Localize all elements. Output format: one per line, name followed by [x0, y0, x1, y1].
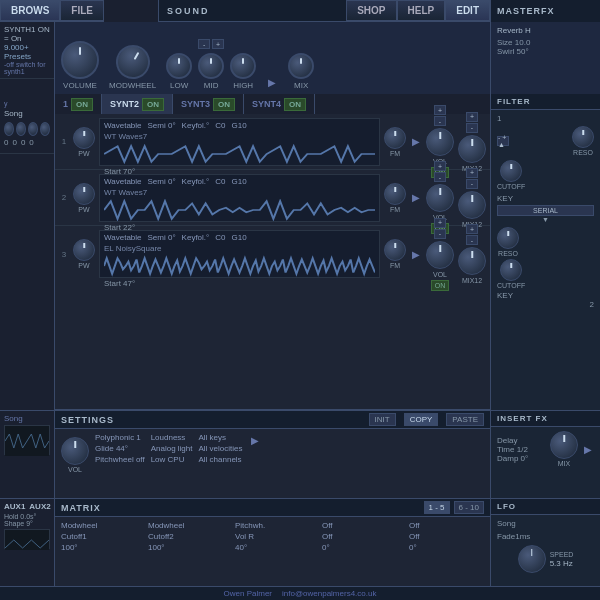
osc-row-2: 2 PW Wavetable Semi 0° Keyfol.° C0 G10 [55, 170, 490, 226]
synth4-on[interactable]: ON [284, 98, 306, 111]
filter-reso-pm[interactable]: - + ▲ [497, 136, 509, 146]
filter-reso-knob[interactable] [572, 126, 594, 148]
file-button[interactable]: FILE [60, 0, 104, 21]
sidebar-knob-3[interactable] [28, 122, 38, 136]
osc-3-fm-knob[interactable] [384, 239, 406, 261]
filter2-cutoff-knob[interactable] [500, 259, 522, 281]
synth1-hint: -off switch for synth1 [4, 61, 50, 75]
mid-knob[interactable] [198, 53, 224, 79]
help-button[interactable]: HELP [397, 0, 446, 21]
osc-2-num: 2 [59, 193, 69, 202]
synth-tab-4[interactable]: SYNT4 ON [244, 94, 315, 114]
osc-3-mix-knob[interactable] [458, 247, 486, 275]
edit-button[interactable]: EDIT [445, 0, 490, 21]
synth-tab-1[interactable]: 1 ON [55, 94, 102, 114]
osc-1-arrow[interactable]: ▶ [410, 134, 422, 149]
settings-row: Song SETTINGS INIT COPY PASTE [0, 410, 600, 498]
filter2-reso-knob[interactable] [497, 227, 519, 249]
osc-1-pm-plus[interactable]: + [434, 105, 446, 115]
matrix-range-2[interactable]: 6 - 10 [454, 501, 484, 514]
osc-1-mix-minus[interactable]: - [466, 123, 478, 133]
insert-fx-mix-knob[interactable] [550, 431, 578, 459]
low-knob[interactable] [166, 53, 192, 79]
osc-2-info: Wavetable Semi 0° Keyfol.° C0 G10 WT Wav… [99, 174, 380, 222]
matrix-cell-2-2: 40° [235, 543, 310, 552]
eq-plus[interactable]: + [212, 39, 224, 49]
filter-cutoff-knob[interactable] [500, 160, 522, 182]
osc-2-pw-knob[interactable] [73, 183, 95, 205]
aux-hold: Hold 0.0s° [4, 513, 50, 520]
sidebar-knob-1[interactable] [4, 122, 14, 136]
osc-1-mix-plus[interactable]: + [466, 112, 478, 122]
settings-vol-knob[interactable] [61, 437, 89, 465]
mix-knob[interactable] [288, 53, 314, 79]
synth-tab-3[interactable]: SYNT3 ON [173, 94, 244, 114]
osc-3-mix-plus[interactable]: + [466, 224, 478, 234]
osc-2-pm-minus[interactable]: - [434, 172, 446, 182]
osc-3-pw-knob[interactable] [73, 239, 95, 261]
high-knob[interactable] [230, 53, 256, 79]
eq-minus[interactable]: - [198, 39, 210, 49]
osc-1-fm-knob[interactable] [384, 127, 406, 149]
shop-button[interactable]: SHOP [346, 0, 396, 21]
settings-arrow[interactable]: ▶ [249, 433, 261, 448]
matrix-row-2: Cutoff1 Cutoff2 Vol R Off Off [61, 532, 484, 541]
settings-val-loud: Loudness [151, 433, 193, 442]
svg-rect-1 [5, 530, 49, 550]
osc-3-pm-plus[interactable]: + [434, 218, 446, 228]
synth3-on[interactable]: ON [213, 98, 235, 111]
osc-2-fm-knob[interactable] [384, 183, 406, 205]
osc-3-pw-label: PW [78, 262, 89, 269]
osc-1-mix-knob[interactable] [458, 135, 486, 163]
synth-tab-2[interactable]: SYNT2 ON [102, 94, 173, 114]
osc-1-fm: FM [384, 127, 406, 157]
insert-fx-arrow[interactable]: ▶ [582, 442, 594, 457]
osc-2-mix-plus[interactable]: + [466, 168, 478, 178]
osc-2-pm-plus[interactable]: + [434, 161, 446, 171]
osc-2-arrow[interactable]: ▶ [410, 190, 422, 205]
paste-button[interactable]: PASTE [446, 413, 484, 426]
synth1-on[interactable]: ON [71, 98, 93, 111]
copy-button[interactable]: COPY [404, 413, 439, 426]
sound-row: SYNTH1 ON = On 9.000+ Presets -off switc… [0, 22, 600, 94]
osc-1-vol-knob[interactable] [426, 128, 454, 156]
osc-3-vol-label: VOL [433, 271, 447, 278]
osc-3-num: 3 [59, 250, 69, 259]
sidebar-knob-4[interactable] [40, 122, 50, 136]
osc-3-mix-minus[interactable]: - [466, 235, 478, 245]
aux-section-matrix: AUX1 AUX2 Hold 0.0s° Shape 9° [0, 499, 55, 586]
matrix-cell-2-0: 100° [61, 543, 136, 552]
settings-val-chan: All channels [198, 455, 242, 464]
sidebar-knob-2[interactable] [16, 122, 26, 136]
settings-title-label: SETTINGS [61, 415, 361, 425]
osc-3-mix-label: MIX12 [462, 277, 482, 284]
high-label: HIGH [233, 81, 253, 90]
osc-3-vol-knob[interactable] [426, 241, 454, 269]
osc-3-pm-minus[interactable]: - [434, 229, 446, 239]
volume-knob-group: VOLUME [61, 41, 99, 90]
sound-arrow[interactable]: ▶ [266, 75, 278, 90]
osc-2-mix-minus[interactable]: - [466, 179, 478, 189]
init-button[interactable]: INIT [369, 413, 396, 426]
osc-1-pw-knob[interactable] [73, 127, 95, 149]
matrix-cell-1-4: Off [409, 532, 484, 541]
sidebar-val-2: 0 [21, 138, 25, 147]
synth2-on[interactable]: ON [142, 98, 164, 111]
osc-2-mix-knob[interactable] [458, 191, 486, 219]
osc-1-pm-minus[interactable]: - [434, 116, 446, 126]
volume-knob[interactable] [61, 41, 99, 79]
modwheel-knob[interactable] [109, 39, 155, 85]
osc-3-wave-name: EL NoisySquare [104, 244, 375, 253]
lfo-title: LFO [491, 499, 600, 515]
osc-3-on[interactable]: ON [431, 280, 450, 291]
osc-3-arrow[interactable]: ▶ [410, 247, 422, 262]
lfo-speed-knob[interactable] [518, 545, 546, 573]
brows-button[interactable]: BROWS [0, 0, 60, 21]
modwheel-label: MODWHEEL [109, 81, 156, 90]
osc-2-vol-knob[interactable] [426, 184, 454, 212]
insert-fx-panel: INSERT FX Delay Time 1/2 Damp 0° MIX ▶ [490, 411, 600, 498]
matrix-range-1[interactable]: 1 - 5 [424, 501, 450, 514]
osc-3-info: Wavetable Semi 0° Keyfol.° C0 G10 EL Noi… [99, 230, 380, 278]
osc-1-semi: Semi 0° [148, 121, 176, 130]
osc-3-type: Wavetable [104, 233, 142, 242]
